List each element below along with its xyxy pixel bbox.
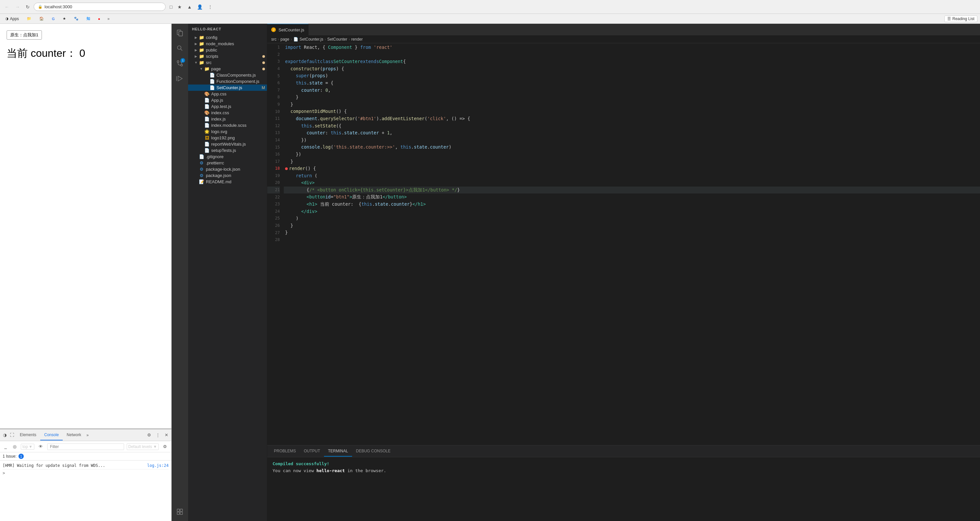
- log-message: [HMR] Waiting for update signal from WDS…: [3, 463, 105, 468]
- tree-item-gitignore[interactable]: 📄 .gitignore: [188, 153, 267, 160]
- more-bookmarks-button[interactable]: »: [106, 16, 112, 22]
- browser-page: 原生：点我加1 当前 counter： 0: [0, 24, 172, 429]
- bookmark-star[interactable]: ★: [60, 16, 68, 21]
- log-link[interactable]: log.js:24: [147, 463, 169, 468]
- vscode-content: HELLO-REACT ▶ 📁 config ▶ 📁 node: [188, 24, 980, 521]
- activity-search[interactable]: [173, 41, 186, 55]
- reading-list-button[interactable]: ☰ Reading List: [944, 16, 977, 22]
- devtools-device-button[interactable]: ⛶: [8, 432, 16, 438]
- devtools-more-button[interactable]: ⋮: [154, 432, 162, 438]
- run-app-name: hello-react: [317, 468, 345, 473]
- panel-tab-problems[interactable]: PROBLEMS: [270, 446, 300, 457]
- file-packagejson-icon: ⚙: [199, 173, 205, 178]
- paw-icon: 🐾: [74, 16, 78, 21]
- tree-item-setcounter[interactable]: 📄 SetCounter.js M: [188, 84, 267, 91]
- tree-item-setuptests[interactable]: 📄 setupTests.js: [188, 147, 267, 153]
- panel-tab-debug[interactable]: DEBUG CONSOLE: [352, 446, 395, 457]
- devtools-inspect-button[interactable]: ◑: [1, 432, 8, 438]
- filter-button[interactable]: ◎: [11, 443, 18, 450]
- tree-item-apptestjs[interactable]: 📄 App.test.js: [188, 104, 267, 110]
- tab-console[interactable]: Console: [40, 430, 63, 440]
- activity-explorer[interactable]: [173, 26, 186, 40]
- vscode-layout: 1 HELLO-REACT: [172, 24, 980, 521]
- code-line-4: constructor(props) {: [284, 65, 980, 73]
- bookmark-red[interactable]: ●: [95, 16, 103, 21]
- tree-item-packagelockjson[interactable]: ⚙ package-lock.json: [188, 166, 267, 172]
- more-tabs-button[interactable]: »: [85, 433, 90, 438]
- tree-item-scripts[interactable]: ▶ 📁 scripts: [188, 53, 267, 59]
- activity-extensions[interactable]: [173, 505, 186, 518]
- breadcrumb-class: SetCounter: [327, 37, 347, 41]
- file-explorer: HELLO-REACT ▶ 📁 config ▶ 📁 node: [188, 24, 267, 521]
- tree-item-appcss[interactable]: 🎨 App.css: [188, 91, 267, 97]
- tree-item-functioncomponent[interactable]: 📄 FunctionComponent.js: [188, 78, 267, 84]
- bookmark-folder[interactable]: 📁: [24, 16, 34, 21]
- address-bar: 🔒 localhost:3000: [33, 3, 165, 11]
- item-prettierrc-label: .prettierrc: [206, 161, 267, 166]
- tree-item-src[interactable]: ▼ 📁 src: [188, 59, 267, 66]
- code-line-3: export default class SetCounter extends …: [284, 58, 980, 65]
- arrow-icon: ▶: [193, 36, 199, 39]
- bookmark-apps[interactable]: ◑ Apps: [3, 16, 21, 22]
- share-button[interactable]: □: [168, 3, 174, 11]
- bookmark-button[interactable]: ★: [175, 3, 184, 11]
- devtools-close-button[interactable]: ✕: [163, 432, 170, 438]
- src-modified-dot: [262, 61, 265, 64]
- item-gitignore-label: .gitignore: [206, 154, 267, 159]
- tree-item-classcomponents[interactable]: 📄 ClassComponents.js: [188, 72, 267, 78]
- bookmark-paw[interactable]: 🐾: [71, 16, 81, 21]
- tree-item-logo192[interactable]: 🖼 logo192.png: [188, 135, 267, 141]
- back-button[interactable]: ←: [3, 4, 11, 10]
- tree-item-public[interactable]: ▶ 📁 public: [188, 47, 267, 53]
- tree-item-reportwebvitals[interactable]: 📄 reportWebVitals.js: [188, 141, 267, 147]
- activity-run[interactable]: [173, 72, 186, 85]
- svg-point-5: [181, 64, 183, 66]
- tree-item-config[interactable]: ▶ 📁 config: [188, 34, 267, 41]
- tab-network[interactable]: Network: [63, 430, 85, 440]
- log-level-select[interactable]: Default levels ▼: [127, 443, 159, 450]
- tree-item-indexcss[interactable]: 🎨 index.css: [188, 110, 267, 116]
- profile-button[interactable]: 👤: [195, 3, 205, 11]
- original-button[interactable]: 原生：点我加1: [6, 30, 42, 40]
- run-msg-text: You can now view: [272, 468, 314, 473]
- toolbar-actions: □ ★ ▲ 👤 ⋮: [168, 3, 215, 11]
- reload-button[interactable]: ↻: [24, 4, 32, 10]
- extension-button[interactable]: ▲: [185, 3, 194, 11]
- console-settings-button[interactable]: ⚙: [161, 443, 169, 450]
- panel-tab-terminal[interactable]: TERMINAL: [324, 446, 352, 457]
- console-prompt[interactable]: >: [3, 470, 169, 477]
- item-appjs-label: App.js: [211, 98, 267, 103]
- bookmark-home[interactable]: 🏠: [37, 16, 46, 21]
- tab-elements[interactable]: Elements: [16, 430, 40, 440]
- code-line-11: document.querySelector('#btn1').addEvent…: [284, 115, 980, 123]
- devtools-toolbar: ⎯ ◎ top ▼ 👁 Default levels ▼ ⚙: [0, 441, 171, 452]
- panel-tab-output[interactable]: OUTPUT: [300, 446, 324, 457]
- eye-button[interactable]: 👁: [37, 443, 45, 450]
- menu-button[interactable]: ⋮: [206, 3, 215, 11]
- tree-item-indexmodule[interactable]: 📄 index.module.scss: [188, 122, 267, 128]
- svg-rect-12: [180, 509, 183, 511]
- context-selector[interactable]: top ▼: [21, 444, 34, 450]
- bookmark-zh[interactable]: 知: [84, 16, 93, 22]
- forward-button[interactable]: →: [13, 4, 22, 10]
- editor-tab-setcounter[interactable]: J SetCounter.js: [267, 24, 309, 35]
- folder-scripts-icon: 📁: [199, 54, 205, 59]
- code-line-9: }: [284, 101, 980, 108]
- bookmark-google[interactable]: G: [49, 16, 57, 21]
- source-control-badge: 1: [180, 58, 185, 63]
- tree-item-node-modules[interactable]: ▶ 📁 node_modules: [188, 41, 267, 47]
- tree-item-indexjs[interactable]: 📄 index.js: [188, 116, 267, 122]
- tree-item-prettierrc[interactable]: ⚙ .prettierrc: [188, 160, 267, 166]
- item-packagejson-label: package.json: [206, 173, 267, 178]
- breadcrumb-sep4: ›: [348, 37, 350, 41]
- clear-console-button[interactable]: ⎯: [3, 443, 9, 450]
- tree-item-appjs[interactable]: 📄 App.js: [188, 97, 267, 104]
- console-filter-input[interactable]: [47, 443, 124, 450]
- activity-source-control[interactable]: 1: [173, 57, 186, 70]
- devtools-settings-button[interactable]: ⚙: [145, 432, 153, 438]
- tree-item-packagejson[interactable]: ⚙ package.json: [188, 172, 267, 178]
- tree-item-logosvg[interactable]: 🌟 logo.svg: [188, 128, 267, 135]
- folder-config-icon: 📁: [199, 35, 205, 40]
- tree-item-page[interactable]: ▼ 📁 page: [188, 66, 267, 72]
- tree-item-readmemd[interactable]: 📝 README.md: [188, 178, 267, 185]
